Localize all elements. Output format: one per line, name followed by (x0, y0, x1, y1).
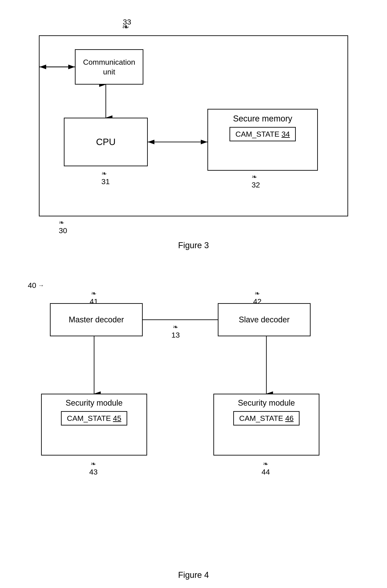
sec-mod-left-box: Security module CAM_STATE 45 (41, 394, 147, 456)
label-31: ❧ 31 (101, 169, 110, 186)
cam-state-34-box: CAM_STATE 34 (230, 127, 296, 141)
cpu-box: CPU (64, 118, 148, 166)
ref-30-text: 30 (59, 226, 67, 235)
cpu-label: CPU (96, 137, 116, 147)
slave-decoder-box: Slave decoder (218, 303, 311, 336)
label-32: ❧ 32 (252, 173, 260, 189)
slave-decoder-label: Slave decoder (239, 315, 290, 324)
figure3-caption-text: Figure 3 (178, 241, 209, 250)
ref-44-text: 44 (261, 468, 270, 476)
ref-13-text: 13 (172, 331, 180, 339)
master-decoder-box: Master decoder (50, 303, 143, 336)
outer-box: Communication unit CPU Secure memory CAM… (39, 35, 348, 216)
label-44: ❧ 44 (261, 460, 270, 476)
figure4-container: 40 → (28, 272, 359, 580)
comm-unit-box: Communication unit (75, 49, 143, 84)
cam-state-34-num: 34 (281, 130, 290, 138)
ref-40-text: 40 (28, 281, 36, 290)
cam-state-34-text: CAM_STATE 34 (236, 130, 290, 138)
cam-state-34-label: CAM_STATE (236, 130, 280, 138)
label-30: ❧ 30 (59, 219, 67, 235)
curl-33-symbol: ❧ (122, 22, 129, 32)
figure4-caption: Figure 4 (28, 570, 359, 580)
ref-32-text: 32 (252, 181, 260, 189)
cam-state-46-text: CAM_STATE 46 (239, 414, 294, 422)
ref-31-text: 31 (101, 177, 110, 186)
figure4-caption-text: Figure 4 (178, 570, 209, 580)
cam-state-45-label: CAM_STATE (67, 414, 111, 422)
figure4-inner: 40 → (28, 277, 359, 564)
ref-43-text: 43 (89, 468, 98, 476)
sec-mod-right-box: Security module CAM_STATE 46 (213, 394, 319, 456)
figure3-container: 33 ❧ (28, 18, 359, 250)
cam-state-46-num: 46 (285, 414, 294, 422)
cam-state-45-num: 45 (113, 414, 121, 422)
figure3-caption: Figure 3 (28, 241, 359, 250)
label-13: ❧ 13 (172, 323, 180, 339)
master-decoder-label: Master decoder (69, 315, 124, 324)
sec-mod-left-label: Security module (65, 398, 123, 408)
page: 33 ❧ (0, 0, 387, 588)
secure-memory-label: Secure memory (233, 114, 292, 124)
label-30-area: ❧ 30 (39, 216, 348, 234)
label-43: ❧ 43 (89, 460, 98, 476)
cam-state-46-box: CAM_STATE 46 (233, 411, 300, 425)
comm-unit-label: Communication unit (83, 57, 135, 77)
cam-state-45-text: CAM_STATE 45 (67, 414, 121, 422)
label-40: 40 → (28, 281, 44, 290)
cam-state-45-box: CAM_STATE 45 (61, 411, 127, 425)
secure-memory-box: Secure memory CAM_STATE 34 (207, 109, 318, 171)
cam-state-46-label: CAM_STATE (239, 414, 283, 422)
sec-mod-right-label: Security module (238, 398, 295, 408)
